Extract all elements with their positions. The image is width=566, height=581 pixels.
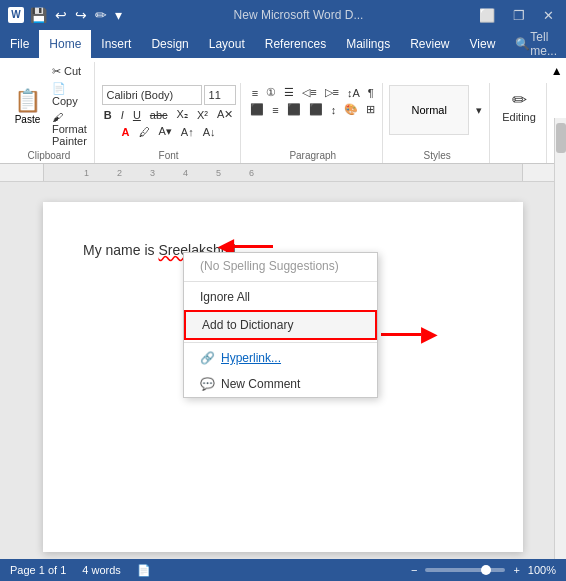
menu-file[interactable]: File	[0, 30, 39, 58]
superscript-button[interactable]: X²	[194, 108, 211, 122]
window-controls: ⬜ ❐ ✕	[475, 8, 558, 23]
zoom-slider[interactable]	[425, 568, 505, 572]
ctx-divider-2	[184, 342, 377, 343]
ribbon-editing-group: ✏ Editing	[492, 83, 547, 163]
document-page[interactable]: My name is Sreelakshmi. ◀ (No Spelling S…	[43, 202, 523, 552]
sort-button[interactable]: ↕A	[344, 86, 363, 100]
styles-expand[interactable]: ▾	[473, 103, 485, 118]
clipboard-buttons: 📋 Paste ✂ Cut 📄 Copy 🖌 Format Painter	[8, 64, 90, 148]
bullets-button[interactable]: ≡	[249, 86, 261, 100]
status-bar: Page 1 of 1 4 words 📄 − + 100%	[0, 559, 566, 581]
strikethrough-button[interactable]: abc	[147, 108, 171, 122]
borders-button[interactable]: ⊞	[363, 102, 378, 117]
right-arrow-icon: ▶	[421, 322, 436, 346]
ribbon-font-group: B I U abc X₂ X² A✕ A 🖊 A▾ A↑ A↓ Font	[97, 83, 241, 163]
font-size-input[interactable]	[204, 85, 236, 105]
quick-access-dropdown[interactable]: ▾	[115, 7, 122, 23]
title-bar-left: W 💾 ↩ ↪ ✏ ▾	[8, 7, 122, 23]
font-size-down-button[interactable]: A↓	[200, 125, 219, 139]
line-spacing-button[interactable]: ↕	[328, 103, 340, 117]
cut-button[interactable]: ✂ Cut	[49, 64, 90, 79]
font-color2-button[interactable]: A▾	[156, 124, 175, 139]
word-count: 4 words	[82, 564, 121, 576]
decrease-indent-button[interactable]: ◁≡	[299, 85, 319, 100]
context-menu: (No Spelling Suggestions) Ignore All Add…	[183, 252, 378, 398]
proofing-icon[interactable]: 📄	[137, 564, 151, 577]
ctx-new-comment[interactable]: 💬 New Comment	[184, 371, 377, 397]
clear-format-button[interactable]: A✕	[214, 107, 236, 122]
menu-design[interactable]: Design	[141, 30, 198, 58]
zoom-minus-btn[interactable]: −	[411, 564, 417, 576]
paste-button[interactable]: 📋 Paste	[8, 86, 47, 127]
menu-layout[interactable]: Layout	[199, 30, 255, 58]
clipboard-label: Clipboard	[28, 148, 71, 161]
document-area: My name is Sreelakshmi. ◀ (No Spelling S…	[0, 182, 566, 572]
format-painter-button[interactable]: 🖌 Format Painter	[49, 110, 90, 148]
align-right-button[interactable]: ⬛	[284, 102, 304, 117]
window-title: New Microsoft Word D...	[234, 8, 364, 22]
ribbon-clipboard-group: 📋 Paste ✂ Cut 📄 Copy 🖌 Format Painter Cl…	[4, 62, 95, 163]
ribbon-styles-group: Normal ▾ Styles	[385, 83, 490, 163]
menu-home[interactable]: Home	[39, 30, 91, 58]
arrow-right-indicator: ▶	[381, 322, 436, 346]
horizontal-ruler: 123456	[0, 164, 566, 182]
font-size-up-button[interactable]: A↑	[178, 125, 197, 139]
status-bar-right: − + 100%	[411, 564, 556, 576]
menu-references[interactable]: References	[255, 30, 336, 58]
justify-button[interactable]: ⬛	[306, 102, 326, 117]
copy-button[interactable]: 📄 Copy	[49, 81, 90, 108]
undo-quick-btn[interactable]: ↩	[55, 7, 67, 23]
menu-view[interactable]: View	[460, 30, 506, 58]
ctx-ignore-all[interactable]: Ignore All	[184, 284, 377, 310]
ctx-hyperlink[interactable]: 🔗 Hyperlink...	[184, 345, 377, 371]
collapse-ribbon-button[interactable]: ▲	[549, 62, 565, 80]
align-center-button[interactable]: ≡	[269, 103, 281, 117]
hyperlink-icon: 🔗	[200, 351, 215, 365]
highlight-button[interactable]: 🖊	[136, 125, 153, 139]
ctx-divider-1	[184, 281, 377, 282]
menu-insert[interactable]: Insert	[91, 30, 141, 58]
multilevel-button[interactable]: ☰	[281, 85, 297, 100]
pilcrow-button[interactable]: ¶	[365, 86, 377, 100]
increase-indent-button[interactable]: ▷≡	[322, 85, 342, 100]
paste-icon: 📋	[14, 88, 41, 114]
italic-button[interactable]: I	[118, 108, 127, 122]
shading-button[interactable]: 🎨	[341, 102, 361, 117]
vertical-scrollbar[interactable]	[554, 118, 566, 559]
font-name-input[interactable]	[102, 85, 202, 105]
menu-review[interactable]: Review	[400, 30, 459, 58]
touch-quick-btn[interactable]: ✏	[95, 7, 107, 23]
paragraph-label: Paragraph	[289, 148, 336, 161]
numbering-button[interactable]: ①	[263, 85, 279, 100]
menu-tell-me[interactable]: 🔍 Tell me...	[505, 30, 566, 58]
close-button[interactable]: ✕	[539, 8, 558, 23]
ctx-add-to-dictionary[interactable]: Add to Dictionary	[184, 310, 377, 340]
align-left-button[interactable]: ⬛	[247, 102, 267, 117]
ctx-no-suggestions: (No Spelling Suggestions)	[184, 253, 377, 279]
save-quick-btn[interactable]: 💾	[30, 7, 47, 23]
bold-button[interactable]: B	[101, 108, 115, 122]
editing-icon: ✏	[512, 89, 527, 111]
zoom-plus-btn[interactable]: +	[513, 564, 519, 576]
paste-label: Paste	[15, 114, 41, 125]
zoom-thumb	[481, 565, 491, 575]
scrollbar-thumb[interactable]	[556, 123, 566, 153]
editing-button[interactable]: ✏ Editing	[496, 85, 542, 127]
redo-quick-btn[interactable]: ↪	[75, 7, 87, 23]
ribbon-paragraph-group: ≡ ① ☰ ◁≡ ▷≡ ↕A ¶ ⬛ ≡ ⬛ ⬛ ↕ 🎨 ⊞ Paragraph	[243, 83, 383, 163]
subscript-button[interactable]: X₂	[174, 107, 191, 122]
word-app-icon: W	[8, 7, 24, 23]
text-before: My name is	[83, 242, 158, 258]
arrow-shaft-right	[381, 333, 421, 336]
font-color-button[interactable]: A	[119, 125, 133, 139]
menu-bar: File Home Insert Design Layout Reference…	[0, 30, 566, 58]
editing-label-text: Editing	[502, 111, 536, 123]
underline-button[interactable]: U	[130, 108, 144, 122]
minimize-button[interactable]: ⬜	[475, 8, 499, 23]
restore-button[interactable]: ❐	[509, 8, 529, 23]
ribbon: 📋 Paste ✂ Cut 📄 Copy 🖌 Format Painter Cl…	[0, 58, 566, 164]
font-label: Font	[159, 148, 179, 161]
arrow-shaft-left	[233, 245, 273, 248]
styles-gallery[interactable]: Normal	[389, 85, 469, 135]
menu-mailings[interactable]: Mailings	[336, 30, 400, 58]
